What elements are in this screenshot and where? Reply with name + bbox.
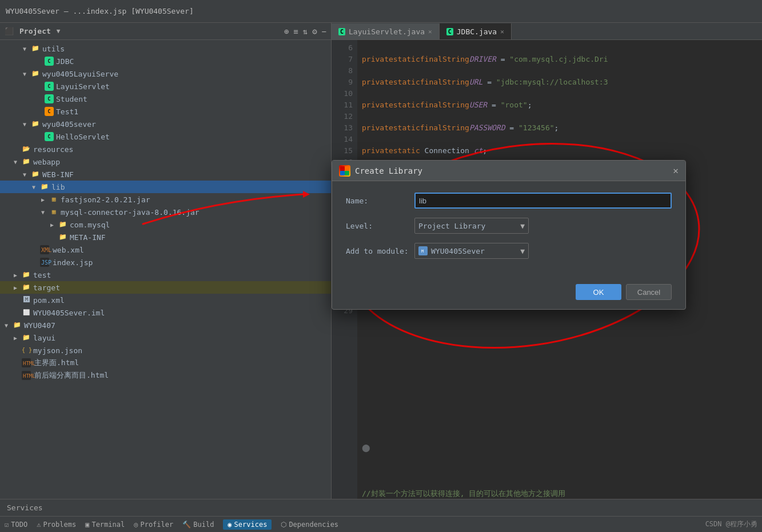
tree-item[interactable]: HTML 主界面.html xyxy=(0,357,331,369)
locate-icon[interactable]: ⊕ xyxy=(284,27,289,36)
tree-item[interactable]: 🅼 pom.xml xyxy=(0,294,331,306)
tree-item[interactable]: ▶ ▦ fastjson2-2.0.21.jar xyxy=(0,193,331,206)
tree-arrow: ▶ xyxy=(41,197,49,203)
dialog-close-button[interactable]: ✕ xyxy=(673,165,679,176)
tree-arrow: ▼ xyxy=(32,184,40,190)
tree-arrow: ▶ xyxy=(14,335,22,341)
tree-item[interactable]: ▼ 📁 wyu0405sever xyxy=(0,118,331,130)
module-dropdown[interactable]: M WYU0405Sever ▼ xyxy=(414,243,529,259)
tree-item[interactable]: 📂 resources xyxy=(0,143,331,155)
dependencies-label: Dependencies xyxy=(289,521,338,529)
tree-arrow: ▼ xyxy=(14,159,22,165)
level-dropdown[interactable]: Project Library ▼ xyxy=(414,218,529,234)
module-icon: M xyxy=(418,246,428,255)
tree-item[interactable]: ▶ 📁 com.mysql xyxy=(0,218,331,231)
settings-icon[interactable]: ⚙ xyxy=(312,27,317,36)
minimize-icon[interactable]: − xyxy=(322,27,326,36)
svg-rect-3 xyxy=(345,171,349,175)
tree-item[interactable]: ▶ 📁 test xyxy=(0,269,331,281)
json-icon: { } xyxy=(22,346,31,355)
tree-item[interactable]: HTML 前后端分离而目.html xyxy=(0,369,331,382)
todo-item[interactable]: ☑ TODO xyxy=(5,521,27,529)
tree-label: wyu0405sever xyxy=(42,120,96,129)
folder-icon: 📁 xyxy=(22,157,31,166)
tree-item[interactable]: ▼ 📁 webapp xyxy=(0,155,331,168)
tab-jdbc[interactable]: C JDBC.java ✕ xyxy=(440,23,512,39)
tree-label: target xyxy=(33,283,60,292)
tab-close-icon[interactable]: ✕ xyxy=(428,28,432,35)
dialog-footer: OK Cancel xyxy=(332,279,685,309)
tree-label: Test1 xyxy=(56,107,78,116)
left-panel: ⬛ Project ▼ ⊕ ≡ ⇅ ⚙ − ▼ 📁 utils xyxy=(0,23,332,499)
sort-icon[interactable]: ⇅ xyxy=(303,27,308,36)
tree-item[interactable]: C Test1 xyxy=(0,105,331,118)
java-class-icon: C xyxy=(45,94,54,103)
tree-item[interactable]: C Student xyxy=(0,93,331,105)
tree-label: lib xyxy=(51,183,65,191)
ok-button[interactable]: OK xyxy=(576,284,621,300)
todo-label: TODO xyxy=(11,521,27,529)
java-class-icon: C xyxy=(45,82,54,91)
dropdown-arrow[interactable]: ▼ xyxy=(57,27,61,35)
svg-text:M: M xyxy=(421,249,424,254)
svg-rect-2 xyxy=(340,171,345,175)
tree-item[interactable]: ▼ 📁 wyu0405LayuiServe xyxy=(0,67,331,80)
dialog-name-row: Name: xyxy=(346,193,672,209)
tree-item[interactable]: ▼ 📁 WYU0407 xyxy=(0,319,331,331)
folder-icon: 📁 xyxy=(22,270,31,279)
tree-label: wyu0405LayuiServe xyxy=(42,70,118,78)
tree-item[interactable]: ⬜ WYU0405Sever.iml xyxy=(0,306,331,319)
tree-label: mysql-connector-java-8.0.16.jar xyxy=(61,208,200,217)
tree-item[interactable]: ▼ ▦ mysql-connector-java-8.0.16.jar xyxy=(0,206,331,218)
tree-item[interactable]: { } myjson.json xyxy=(0,344,331,357)
tree-label: HelloServlet xyxy=(56,133,110,141)
collapse-icon[interactable]: ≡ xyxy=(293,27,298,36)
panel-header-icons: ⊕ ≡ ⇅ ⚙ − xyxy=(284,27,326,36)
build-item[interactable]: 🔨 Build xyxy=(182,521,214,529)
tree-item[interactable]: 📁 META-INF xyxy=(0,231,331,243)
folder-icon: 📁 xyxy=(31,69,40,78)
html-icon: HTML xyxy=(22,371,31,380)
tree-label: 前后端分离而目.html xyxy=(34,370,109,381)
folder-icon: 📁 xyxy=(22,333,31,342)
tree-label: WYU0407 xyxy=(24,321,55,330)
todo-icon: ☑ xyxy=(5,521,9,529)
terminal-item[interactable]: ▣ Terminal xyxy=(85,521,125,529)
jar-icon: ▦ xyxy=(49,207,58,217)
profiler-item[interactable]: ◎ Profiler xyxy=(134,521,173,529)
tab-label: LayuiServlet.java xyxy=(349,27,425,36)
tab-layuiservlet[interactable]: C LayuiServlet.java ✕ xyxy=(332,23,440,39)
name-label: Name: xyxy=(346,197,414,205)
tree-item[interactable]: ▼ 📁 utils xyxy=(0,42,331,55)
tree-item[interactable]: ▶ 📁 layui xyxy=(0,331,331,344)
tab-close-icon[interactable]: ✕ xyxy=(500,28,504,35)
tree-item[interactable]: C LayuiServlet xyxy=(0,80,331,93)
tree-label: WYU0405Sever.iml xyxy=(33,309,105,317)
services-item[interactable]: ◉ Services xyxy=(223,519,272,530)
jsp-icon: JSP xyxy=(40,258,49,267)
name-input[interactable] xyxy=(414,193,672,209)
services-bar-left[interactable]: Services xyxy=(0,499,762,516)
cancel-button[interactable]: Cancel xyxy=(626,284,672,300)
pom-icon: 🅼 xyxy=(22,295,31,305)
tree-item[interactable]: C HelloServlet xyxy=(0,130,331,143)
dependencies-icon: ⬡ xyxy=(281,521,286,529)
jar-icon: ▦ xyxy=(49,195,58,204)
tree-item[interactable]: XML web.xml xyxy=(0,243,331,256)
folder-icon: 📁 xyxy=(40,182,49,191)
build-icon: 🔨 xyxy=(182,521,191,529)
tree-label: LayuiServlet xyxy=(56,82,110,91)
tree-item-lib[interactable]: ▼ 📁 lib xyxy=(0,181,331,193)
project-icon: ⬛ xyxy=(5,27,14,35)
tree-label: META-INF xyxy=(70,233,106,242)
terminal-icon: ▣ xyxy=(85,521,89,529)
chevron-down-icon: ▼ xyxy=(520,247,525,255)
tree-item[interactable]: C JDBC xyxy=(0,55,331,67)
tree-item-target[interactable]: ▶ 📁 target xyxy=(0,281,331,294)
terminal-label: Terminal xyxy=(91,521,125,529)
problems-item[interactable]: ⚠ Problems xyxy=(37,521,76,529)
tree-item[interactable]: ▼ 📁 WEB-INF xyxy=(0,168,331,181)
tree-item[interactable]: JSP index.jsp xyxy=(0,256,331,269)
java-class-icon: C xyxy=(45,107,54,116)
dependencies-item[interactable]: ⬡ Dependencies xyxy=(281,521,338,529)
